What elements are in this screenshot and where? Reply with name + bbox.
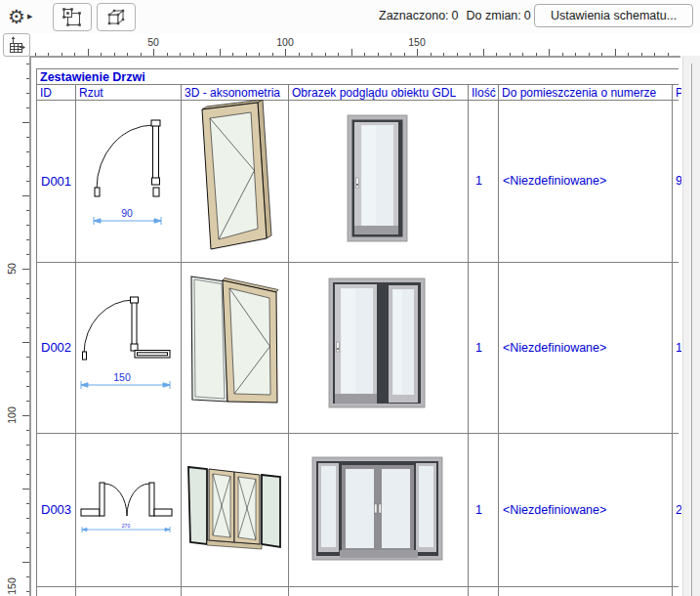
- selection-status: Zaznaczono:0Do zmian:0: [379, 9, 525, 22]
- header-qty[interactable]: Ilość: [469, 85, 500, 100]
- header-clipped[interactable]: P: [673, 85, 681, 100]
- pending-label: Do zmian:: [467, 9, 521, 22]
- door-plan-drawing-d003: 270: [75, 433, 181, 586]
- schedule-window: ⚙ ▶: [0, 0, 700, 596]
- door-axo-drawing-d001: [181, 100, 288, 262]
- cube-select-button[interactable]: [97, 3, 136, 31]
- dim-label-d003: 270: [122, 523, 131, 529]
- h-ruler-label-50: 50: [147, 36, 159, 48]
- row1-plan-cell[interactable]: 90: [75, 100, 181, 262]
- h-ruler-label-100: 100: [276, 36, 294, 48]
- v-ruler-label-50: 50: [6, 259, 20, 278]
- row1-room-cell[interactable]: <Niezdefiniowane>: [499, 101, 675, 261]
- header-room[interactable]: Do pomieszczenia o numerze: [499, 85, 674, 100]
- table-arrows-icon: [7, 35, 26, 55]
- door-axo-drawing-d002: [181, 262, 288, 433]
- row3-room-cell[interactable]: <Niezdefiniowane>: [499, 434, 675, 585]
- canvas-left-edge: [29, 56, 31, 596]
- row3-gdl-cell[interactable]: [288, 433, 468, 586]
- row3-clipped-cell[interactable]: 2: [673, 434, 681, 585]
- header-gdl[interactable]: Obrazek podglądu obiektu GDL: [289, 85, 470, 100]
- row1-gdl-cell[interactable]: [288, 100, 468, 262]
- horizontal-ruler: 50 100 150: [30, 33, 680, 56]
- canvas-top-edge: [29, 56, 680, 58]
- row2-gdl-cell[interactable]: [288, 262, 468, 433]
- door-plan-drawing-d001: 90: [75, 100, 181, 262]
- selected-value: 0: [452, 9, 459, 22]
- schedule-title: Zestawienie Drzwi: [37, 69, 680, 84]
- h-ruler-label-150: 150: [408, 36, 426, 48]
- v-ruler-label-150: 150: [6, 576, 20, 596]
- flyout-arrow-icon: ▶: [27, 13, 32, 21]
- row1-axo-cell[interactable]: [181, 100, 288, 262]
- settings-menu-button[interactable]: ⚙ ▶: [8, 3, 47, 30]
- row3-id-cell[interactable]: D003: [37, 434, 78, 585]
- header-axo[interactable]: 3D - aksonometria: [182, 85, 290, 100]
- gear-icon: ⚙: [8, 7, 25, 26]
- door-axo-drawing-d003: [181, 433, 288, 586]
- row3-plan-cell[interactable]: 270: [75, 433, 181, 586]
- row2-axo-cell[interactable]: [181, 262, 288, 433]
- vertical-scrollbar[interactable]: [682, 56, 700, 596]
- row2-id-cell[interactable]: D002: [37, 263, 78, 432]
- header-plan[interactable]: Rzut: [76, 85, 183, 100]
- row2-clipped-cell[interactable]: 1: [673, 263, 681, 432]
- scrollbar-track-line: [691, 64, 692, 596]
- marquee-select-button[interactable]: [53, 3, 92, 31]
- v-ruler-label-100: 100: [6, 405, 20, 425]
- door-plan-drawing-d002: 150: [75, 262, 181, 433]
- vertical-ruler: 50 100 150: [0, 58, 29, 596]
- schedule-settings-button[interactable]: Ustawienia schematu...: [534, 4, 693, 27]
- cube-select-icon: [105, 7, 127, 28]
- pending-value: 0: [524, 9, 531, 22]
- selected-label: Zaznaczono:: [379, 9, 449, 22]
- schedule-header-toggle-button[interactable]: [3, 33, 30, 57]
- row2-room-cell[interactable]: <Niezdefiniowane>: [499, 263, 675, 432]
- row1-clipped-cell[interactable]: 9: [673, 101, 681, 261]
- header-id[interactable]: ID: [37, 85, 77, 100]
- toolbar: ⚙ ▶: [0, 0, 700, 33]
- door-gdl-preview-d001: [288, 100, 468, 262]
- row1-id-cell[interactable]: D001: [37, 101, 78, 261]
- door-gdl-preview-d002: [288, 262, 468, 433]
- row2-plan-cell[interactable]: 150: [75, 262, 181, 433]
- row3-axo-cell[interactable]: [181, 433, 288, 586]
- marquee-select-icon: [62, 7, 83, 28]
- dim-label-d001: 90: [121, 207, 133, 219]
- dim-label-d002: 150: [113, 371, 131, 383]
- table-border-row3: [36, 586, 679, 587]
- door-gdl-preview-d003: [288, 433, 468, 586]
